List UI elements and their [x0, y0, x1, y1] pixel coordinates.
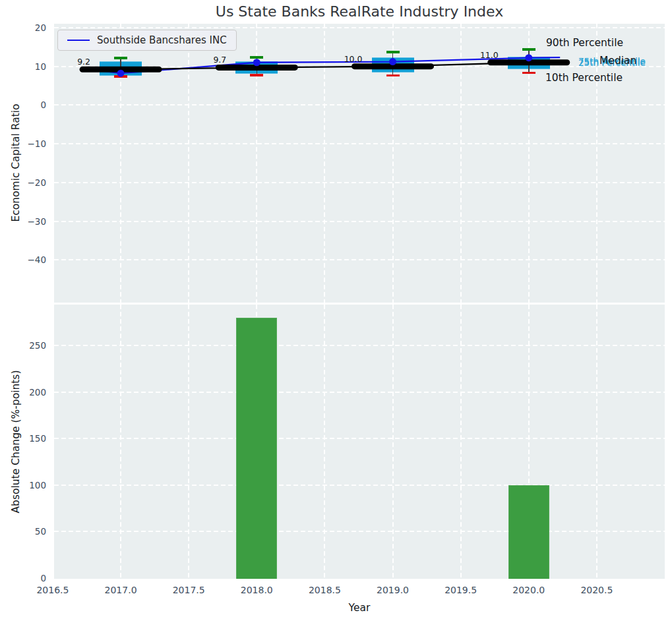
p10-cap-2017 — [114, 75, 127, 78]
gridline-y — [54, 66, 665, 67]
whisker-line-2020 — [528, 49, 530, 73]
y-tick-label: −40 — [0, 253, 46, 266]
y-tick-label: 200 — [0, 386, 46, 399]
gridline-y — [54, 221, 665, 222]
p10-cap-2018 — [250, 74, 263, 76]
legend-label: Southside Bancshares INC — [97, 34, 227, 46]
x-tick-label: 2017.0 — [94, 584, 147, 596]
bar-2020 — [508, 485, 549, 579]
x-tick-label: 2016.5 — [26, 584, 79, 596]
legend-line-swatch — [67, 40, 90, 41]
x-tick-label: 2018.0 — [230, 584, 283, 596]
x-tick-label: 2020.5 — [570, 584, 623, 596]
y-tick-label: −10 — [0, 137, 46, 150]
gridline-y — [54, 27, 665, 28]
gridline-y — [54, 531, 665, 532]
y-tick-label: 20 — [0, 21, 46, 34]
gridline-y — [54, 345, 665, 346]
y-tick-label: −30 — [0, 215, 46, 228]
top-y-axis-label: Economic Capital Ratio — [10, 104, 22, 222]
gridline-y — [54, 143, 665, 144]
gridline-y — [54, 392, 665, 393]
x-axis-label: Year — [54, 602, 665, 614]
x-tick-label: 2019.0 — [367, 584, 419, 596]
median-value-label-2018: 9.7 — [187, 55, 226, 65]
x-tick-label: 2020.0 — [503, 584, 555, 596]
y-tick-label: 50 — [0, 525, 46, 538]
chart-title: Us State Banks RealRate Industry Index — [54, 3, 665, 20]
annotation-median: Median — [599, 55, 636, 67]
gridline-y — [54, 104, 665, 105]
gridline-y — [54, 438, 665, 439]
median-value-label-2020: 11.0 — [459, 50, 499, 60]
gridline-y — [54, 182, 665, 183]
whisker-line-2018 — [257, 57, 258, 75]
annotation-90th-percentile: 90th Percentile — [546, 37, 623, 49]
y-tick-label: 250 — [0, 339, 46, 352]
y-tick-label: 0 — [0, 572, 46, 585]
annotation-10th-percentile: 10th Percentile — [545, 72, 623, 84]
y-tick-label: 100 — [0, 479, 46, 492]
y-tick-label: 0 — [0, 98, 46, 111]
p90-cap-2017 — [114, 57, 127, 59]
gridline-y — [54, 485, 665, 486]
median-value-label-2017: 9.2 — [51, 57, 90, 67]
p90-cap-2018 — [250, 56, 263, 59]
median-value-label-2019: 10.0 — [323, 54, 363, 64]
legend: Southside Bancshares INC — [57, 30, 237, 51]
p10-cap-2020 — [522, 72, 535, 74]
y-tick-label: −20 — [0, 176, 46, 189]
x-tick-label: 2019.5 — [435, 584, 487, 596]
p10-cap-2019 — [386, 74, 400, 77]
y-tick-label: 150 — [0, 432, 46, 445]
whisker-line-2019 — [392, 52, 394, 75]
p90-cap-2019 — [386, 51, 400, 53]
p90-cap-2020 — [522, 48, 535, 51]
gridline-y — [54, 259, 665, 260]
bar-2018 — [236, 318, 277, 579]
figure: Us State Banks RealRate Industry Index E… — [0, 0, 672, 621]
whisker-line-2017 — [120, 58, 121, 76]
x-tick-label: 2017.5 — [162, 584, 215, 596]
x-tick-label: 2018.5 — [298, 584, 351, 596]
y-tick-label: 10 — [0, 60, 46, 73]
